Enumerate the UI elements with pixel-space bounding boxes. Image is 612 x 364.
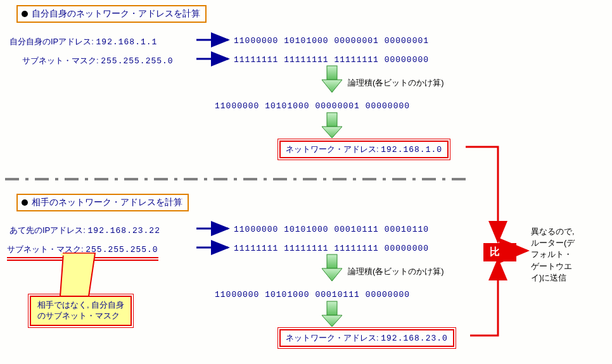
section2-title-box: 相手のネットワーク・アドレスを計算	[16, 194, 189, 211]
section1-mask-label: サブネット・マスク:	[22, 56, 99, 65]
section2-ip-binary: 11000000 10101000 00010111 00010110	[234, 225, 429, 234]
compare-result-l3: フォルト・	[531, 249, 575, 260]
compare-result-l5: イ)に送信	[531, 272, 575, 284]
compare-box: 比較	[483, 243, 516, 261]
compare-result-l4: ゲートウエ	[531, 261, 575, 272]
section2-ip-label-row: あて先のIPアドレス: 192.168.23.22	[10, 225, 160, 236]
svg-rect-3	[327, 301, 337, 315]
arrow-down-icon	[322, 301, 342, 327]
section1-network-label: ネットワーク・アドレス:	[286, 144, 379, 154]
section1-network-box: ネットワーク・アドレス: 192.168.1.0	[279, 141, 449, 158]
section2-and-label: 論理積(各ビットのかけ算)	[348, 266, 444, 277]
svg-rect-1	[327, 113, 337, 127]
note-line1: 相手ではなく, 自分自身	[37, 300, 124, 311]
section2-mask-binary: 11111111 11111111 11111111 00000000	[234, 244, 429, 253]
note-line2: のサブネット・マスク	[37, 311, 124, 322]
section2-ip-label: あて先のIPアドレス:	[10, 225, 86, 235]
svg-rect-0	[327, 66, 337, 80]
section1-ip-label: 自分自身のIPアドレス:	[10, 37, 94, 46]
section2-and-result: 11000000 10101000 00010111 00000000	[215, 290, 410, 299]
section1-ip-label-row: 自分自身のIPアドレス: 192.168.1.1	[10, 36, 157, 47]
section1-network-value: 192.168.1.0	[381, 145, 442, 154]
section1-mask-value: 255.255.255.0	[101, 56, 173, 66]
section1-title: 自分自身のネットワーク・アドレスを計算	[32, 8, 200, 18]
bullet-icon	[22, 11, 28, 17]
compare-label: 比較	[490, 246, 510, 257]
section2-mask-value: 255.255.255.0	[86, 245, 158, 254]
section1-mask-binary: 11111111 11111111 11111111 00000000	[234, 55, 429, 65]
svg-rect-2	[327, 254, 337, 268]
compare-result-l1: 異なるので,	[531, 226, 575, 237]
compare-result-l2: ルーター(デ	[531, 237, 575, 249]
section1-ip-binary: 11000000 10101000 00000001 00000001	[234, 36, 429, 46]
section2-mask-label: サブネット・マスク:	[7, 244, 84, 254]
connector-line	[466, 147, 498, 242]
note-box: 相手ではなく, 自分自身 のサブネット・マスク	[30, 296, 132, 326]
bullet-icon	[22, 199, 28, 206]
arrow-down-icon	[322, 66, 342, 92]
section1-and-result: 11000000 10101000 00000001 00000000	[215, 101, 410, 111]
section1-title-box: 自分自身のネットワーク・アドレスを計算	[16, 5, 207, 23]
section2-network-box: ネットワーク・アドレス: 192.168.23.0	[279, 329, 454, 347]
diagram-canvas: 自分自身のネットワーク・アドレスを計算 自分自身のIPアドレス: 192.168…	[0, 0, 612, 364]
section2-network-value: 192.168.23.0	[381, 334, 448, 343]
section1-ip-value: 192.168.1.1	[96, 37, 158, 47]
section1-and-label: 論理積(各ビットのかけ算)	[348, 77, 444, 89]
section2-title: 相手のネットワーク・アドレスを計算	[32, 197, 182, 207]
arrow-down-icon	[322, 254, 342, 281]
compare-result-text: 異なるので, ルーター(デ フォルト・ ゲートウエ イ)に送信	[531, 226, 575, 284]
section2-ip-value: 192.168.23.22	[88, 226, 160, 235]
connector-line	[470, 260, 498, 336]
section2-network-label: ネットワーク・アドレス:	[286, 333, 379, 342]
section1-mask-label-row: サブネット・マスク: 255.255.255.0	[22, 55, 174, 66]
section2-mask-label-row: サブネット・マスク: 255.255.255.0	[7, 244, 158, 258]
arrow-down-icon	[322, 113, 342, 138]
